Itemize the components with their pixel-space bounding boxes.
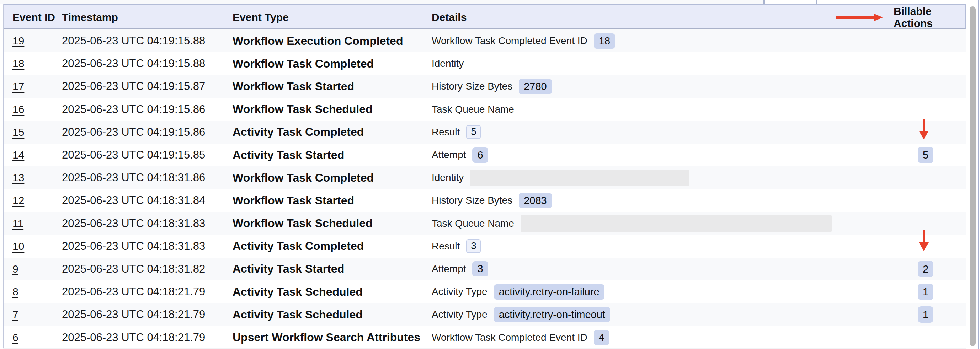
- timestamp-cell: 2025-06-23 UTC 04:18:21.79: [62, 331, 232, 344]
- billable-actions-annotation-arrow-icon: [836, 14, 883, 21]
- timestamp-cell: 2025-06-23 UTC 04:18:31.83: [62, 240, 232, 253]
- event-id-link[interactable]: 16: [13, 103, 24, 115]
- event-id-link[interactable]: 11: [13, 217, 24, 229]
- detail-label: Workflow Task Completed Event ID: [432, 35, 587, 46]
- event-row[interactable]: 152025-06-23 UTC 04:19:15.86Activity Tas…: [4, 121, 966, 144]
- timestamp-cell: 2025-06-23 UTC 04:18:21.79: [62, 286, 232, 298]
- detail-value-chip: 6: [472, 148, 488, 163]
- toolbar-strip-divider: [816, 0, 817, 4]
- details-cell: Activity Typeactivity.retry-on-timeout: [432, 307, 894, 322]
- event-id-link[interactable]: 7: [13, 308, 19, 320]
- timestamp-cell: 2025-06-23 UTC 04:18:31.83: [62, 217, 232, 230]
- detail-label: Result: [432, 241, 460, 252]
- event-id-link[interactable]: 17: [13, 80, 24, 92]
- event-history-table: Event ID Timestamp Event Type Details Bi…: [3, 4, 966, 349]
- billable-actions-cell: 2: [894, 261, 967, 277]
- event-type-cell: Activity Task Completed: [232, 125, 432, 139]
- event-row[interactable]: 72025-06-23 UTC 04:18:21.79Activity Task…: [4, 303, 966, 326]
- window-edge-divider: [978, 0, 979, 349]
- event-id-link[interactable]: 9: [13, 263, 19, 275]
- details-cell: Result5: [432, 125, 894, 139]
- event-row[interactable]: 62025-06-23 UTC 04:18:21.79Upsert Workfl…: [4, 326, 966, 349]
- event-id-link[interactable]: 14: [13, 149, 24, 161]
- detail-label: Activity Type: [432, 309, 487, 320]
- billable-count-chip: 1: [918, 284, 934, 300]
- billable-actions-cell: 1: [894, 306, 967, 323]
- detail-label: Result: [432, 127, 460, 138]
- event-id-cell: 9: [13, 263, 62, 275]
- event-type-cell: Upsert Workflow Search Attributes: [232, 331, 432, 344]
- event-id-link[interactable]: 13: [13, 172, 24, 183]
- event-id-cell: 10: [13, 240, 62, 252]
- detail-value-chip: 2083: [519, 193, 552, 208]
- scrollbar-thumb[interactable]: [970, 6, 976, 346]
- detail-value-chip: 2780: [519, 79, 552, 94]
- event-row[interactable]: 122025-06-23 UTC 04:18:31.84Workflow Tas…: [4, 189, 966, 212]
- billable-actions-cell: 1: [894, 284, 967, 300]
- event-type-cell: Workflow Task Completed: [232, 57, 432, 70]
- toolbar-strip-segment: [765, 0, 816, 4]
- timestamp-cell: 2025-06-23 UTC 04:19:15.88: [62, 57, 232, 70]
- details-cell: Identity: [432, 170, 894, 186]
- detail-label: Workflow Task Completed Event ID: [432, 332, 587, 343]
- event-id-cell: 13: [13, 172, 62, 184]
- detail-label: Attempt: [432, 263, 466, 275]
- details-cell: Attempt6: [432, 148, 894, 163]
- event-row[interactable]: 132025-06-23 UTC 04:18:31.86Workflow Tas…: [4, 166, 966, 189]
- event-id-link[interactable]: 12: [13, 194, 24, 206]
- event-id-link[interactable]: 6: [13, 332, 19, 343]
- event-row[interactable]: 142025-06-23 UTC 04:19:15.85Activity Tas…: [4, 144, 966, 166]
- cropped-toolbar-strip: [0, 0, 980, 4]
- detail-label: Task Queue Name: [432, 104, 514, 115]
- event-id-cell: 12: [13, 194, 62, 206]
- details-cell: Workflow Task Completed Event ID18: [432, 33, 894, 49]
- timestamp-cell: 2025-06-23 UTC 04:18:21.79: [62, 308, 232, 321]
- event-type-cell: Activity Task Started: [232, 262, 432, 275]
- event-history-screen: Event ID Timestamp Event Type Details Bi…: [0, 0, 980, 349]
- event-row[interactable]: 92025-06-23 UTC 04:18:31.82Activity Task…: [4, 258, 966, 281]
- column-header-billable-actions: Billable Actions: [894, 5, 967, 30]
- event-id-link[interactable]: 15: [13, 126, 24, 138]
- column-header-event-type: Event Type: [232, 11, 432, 24]
- column-header-event-id: Event ID: [13, 11, 62, 24]
- details-cell: History Size Bytes2780: [432, 79, 894, 94]
- column-header-details: Details: [432, 11, 894, 24]
- detail-value-chip: 18: [594, 33, 615, 49]
- event-type-cell: Activity Task Started: [232, 149, 432, 162]
- event-type-cell: Activity Task Scheduled: [232, 308, 432, 321]
- details-cell: Activity Typeactivity.retry-on-failure: [432, 284, 894, 300]
- event-id-cell: 6: [13, 332, 62, 344]
- detail-label: History Size Bytes: [432, 81, 512, 92]
- event-row[interactable]: 162025-06-23 UTC 04:19:15.86Workflow Tas…: [4, 98, 966, 121]
- event-id-cell: 11: [13, 217, 62, 230]
- event-row[interactable]: 172025-06-23 UTC 04:19:15.87Workflow Tas…: [4, 75, 966, 98]
- toolbar-strip-segment: [0, 0, 764, 4]
- event-id-cell: 18: [13, 57, 62, 70]
- down-arrow-annotation-icon: [919, 119, 929, 139]
- redacted-value-box: [520, 216, 832, 232]
- event-row[interactable]: 82025-06-23 UTC 04:18:21.79Activity Task…: [4, 281, 966, 303]
- details-cell: Task Queue Name: [432, 216, 894, 232]
- event-row[interactable]: 182025-06-23 UTC 04:19:15.88Workflow Tas…: [4, 52, 966, 75]
- detail-label: Activity Type: [432, 286, 487, 297]
- detail-value-chip: 4: [594, 330, 609, 345]
- table-body: 192025-06-23 UTC 04:19:15.88Workflow Exe…: [4, 30, 966, 349]
- event-row[interactable]: 112025-06-23 UTC 04:18:31.83Workflow Tas…: [4, 212, 966, 235]
- event-row[interactable]: 192025-06-23 UTC 04:19:15.88Workflow Exe…: [4, 30, 966, 52]
- detail-label: Task Queue Name: [432, 218, 514, 229]
- timestamp-cell: 2025-06-23 UTC 04:18:31.84: [62, 194, 232, 207]
- details-cell: History Size Bytes2083: [432, 193, 894, 208]
- event-id-link[interactable]: 19: [13, 35, 24, 46]
- event-row[interactable]: 102025-06-23 UTC 04:18:31.83Activity Tas…: [4, 235, 966, 258]
- timestamp-cell: 2025-06-23 UTC 04:19:15.87: [62, 80, 232, 93]
- table-header-row: Event ID Timestamp Event Type Details Bi…: [4, 4, 966, 30]
- billable-count-chip: 5: [918, 147, 934, 163]
- event-id-link[interactable]: 8: [13, 286, 19, 297]
- event-type-cell: Workflow Execution Completed: [232, 35, 432, 48]
- event-id-link[interactable]: 18: [13, 57, 24, 69]
- timestamp-cell: 2025-06-23 UTC 04:19:15.85: [62, 149, 232, 161]
- timestamp-cell: 2025-06-23 UTC 04:19:15.88: [62, 35, 232, 47]
- detail-value-chip: 3: [466, 239, 481, 253]
- event-type-cell: Workflow Task Scheduled: [232, 217, 432, 230]
- event-id-link[interactable]: 10: [13, 240, 24, 252]
